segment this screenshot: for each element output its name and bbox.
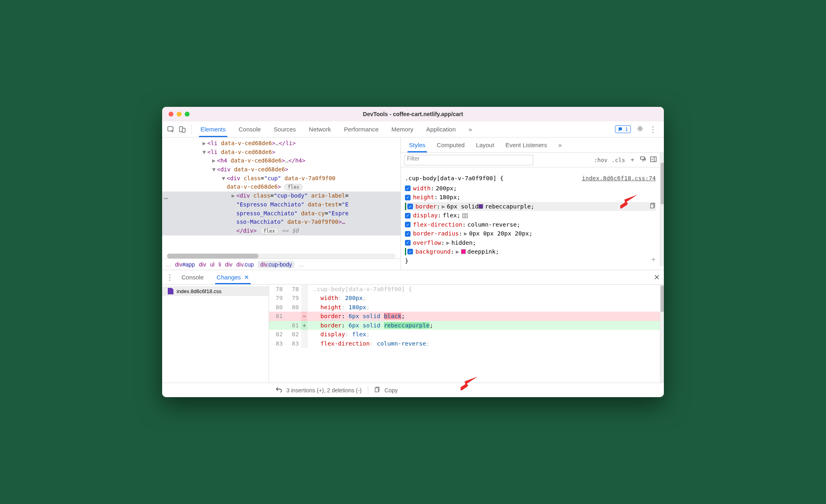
css-prop[interactable]: height:180px; [405,193,656,202]
tab-drawer-console[interactable]: Console [177,270,209,284]
device-toggle-icon[interactable] [177,125,187,134]
styles-toolbar: Filter :hov .cls ＋ [401,153,660,167]
diff-view[interactable]: 7878.cup-body[data-v-7a0f9f00] { 7979 wi… [269,285,660,383]
dom-node[interactable]: ▼<div data-v-ced68de6> [162,165,400,174]
dom-tree-pane: ▶<li data-v-ced68de6>…</li> ▼<li data-v-… [162,137,401,270]
crumb[interactable]: div [199,261,206,268]
annotation-arrow-icon [620,194,638,208]
dom-node-cont[interactable]: sso-Macchiato" data-v-7a0f9f00>… [162,218,400,227]
color-swatch-icon[interactable] [461,249,466,254]
crumb-active[interactable]: div.cup-body [258,261,294,268]
paint-icon[interactable] [640,156,646,164]
tab-elements[interactable]: Elements [196,121,231,137]
tab-sources[interactable]: Sources [269,121,301,137]
dom-node-close[interactable]: </div> flex == $0 [162,227,400,235]
dom-node-cont[interactable]: spresso_Macchiato" data-cy="Espre [162,209,400,218]
crumb[interactable]: div#app [175,261,195,268]
prop-checkbox[interactable] [405,222,411,227]
css-prop[interactable]: background:▶deeppink; [405,247,656,256]
dom-node[interactable]: ▶<h4 data-v-ced68de6>…</h4> [162,156,400,165]
source-link[interactable]: index.8d6c6f18.css:74 [582,174,656,183]
revert-icon[interactable] [276,387,282,394]
drawer-close-icon[interactable]: ✕ [654,273,660,282]
prop-checkbox[interactable] [405,240,411,246]
css-selector-row[interactable]: .cup-body[data-v-7a0f9f00] { index.8d6c6… [405,173,656,183]
tab-layout[interactable]: Layout [470,137,500,152]
toggle-sidebar-icon[interactable] [650,156,657,164]
tab-drawer-changes[interactable]: Changes ✕ [212,270,254,284]
dom-tree[interactable]: ▶<li data-v-ced68de6>…</li> ▼<li data-v-… [162,137,400,252]
tab-computed[interactable]: Computed [431,137,470,152]
css-prop[interactable]: flex-direction:column-reverse; [405,220,656,229]
vertical-scrollbar[interactable] [660,285,664,383]
crumb[interactable]: li [219,261,221,268]
drawer-tabs: ⋮ Console Changes ✕ ✕ [162,270,664,284]
flex-badge[interactable]: flex [284,184,302,190]
main-content: ▶<li data-v-ced68de6>…</li> ▼<li data-v-… [162,137,664,270]
changed-marker [405,203,406,210]
breadcrumb: … div#app div ul li div div.cup div.cup-… [162,258,400,270]
kebab-menu-icon[interactable]: ⋮ [649,125,657,134]
expand-icon[interactable]: ▶ [456,247,459,256]
styles-rules[interactable]: .cup-body[data-v-7a0f9f00] { index.8d6c6… [401,167,660,266]
css-prop[interactable]: border-radius:▶0px 0px 20px 20px; [405,229,656,238]
add-property-icon[interactable]: ＋ [650,254,657,264]
cls-toggle[interactable]: .cls [611,157,625,163]
settings-gear-icon[interactable] [636,125,644,133]
dom-node[interactable]: ▶<li data-v-ced68de6>…</li> [162,139,400,148]
expand-icon[interactable]: ▶ [442,202,445,211]
color-swatch-icon[interactable] [478,204,483,209]
prop-checkbox[interactable] [405,185,411,191]
svg-rect-0 [168,127,173,131]
diff-line: 7979 width: 200px; [269,294,660,302]
tab-console[interactable]: Console [234,121,266,137]
rule-close: } [405,256,656,265]
diff-line: 8282 display: flex; [269,330,660,339]
tab-memory[interactable]: Memory [387,121,418,137]
tab-network[interactable]: Network [304,121,336,137]
devtools-window: DevTools - coffee-cart.netlify.app/cart … [162,107,664,397]
crumb[interactable]: ul [210,261,215,268]
new-style-rule-icon[interactable]: ＋ [629,156,636,164]
copy-icon[interactable] [650,202,656,211]
changed-marker [405,248,406,255]
crumb[interactable]: div.cup [236,261,254,268]
expand-icon[interactable]: ▶ [464,229,467,238]
more-tabs-icon[interactable]: » [553,137,567,152]
expand-icon[interactable]: ▶ [446,238,450,247]
more-tabs-icon[interactable]: » [464,121,477,137]
copy-icon[interactable] [375,387,380,394]
issues-badge[interactable]: 1 [615,125,631,133]
vertical-scrollbar[interactable] [660,153,664,266]
prop-checkbox[interactable] [405,213,411,219]
styles-filter-input[interactable]: Filter [404,155,533,165]
css-prop[interactable]: border:▶6px solid rebeccapurple; [405,202,656,211]
horizontal-scrollbar[interactable] [167,254,396,258]
changed-file-item[interactable]: index.8d6c6f18.css [162,286,269,296]
tab-event-listeners[interactable]: Event Listeners [500,137,553,152]
prop-checkbox[interactable] [407,249,413,254]
hov-toggle[interactable]: :hov [594,157,608,163]
prop-checkbox[interactable] [405,195,411,200]
copy-button[interactable]: Copy [384,387,398,394]
prop-checkbox[interactable] [407,204,413,209]
crumb[interactable]: div [225,261,232,268]
breadcrumb-overflow-icon[interactable]: … [165,261,171,268]
inspect-element-icon[interactable] [166,125,176,134]
dom-node-selected[interactable]: ▶<div class="cup-body" aria-label= [162,192,400,200]
dom-node-cont[interactable]: "Espresso Macchiato" data-test="E [162,200,400,209]
css-prop[interactable]: display:flex; [405,211,656,220]
dom-node[interactable]: ▼<li data-v-ced68de6> [162,148,400,157]
prop-checkbox[interactable] [405,231,411,237]
dom-node[interactable]: ▼<div class="cup" data-v-7a0f9f00 [162,174,400,183]
tab-styles[interactable]: Styles [403,137,431,152]
drawer-kebab-icon[interactable]: ⋮ [166,273,173,282]
flex-badge[interactable]: flex [260,228,278,234]
tab-performance[interactable]: Performance [339,121,384,137]
dom-node-cont[interactable]: data-v-ced68de6> flex [162,183,400,192]
breadcrumb-overflow-icon[interactable]: … [298,261,304,268]
css-prop[interactable]: overflow:▶hidden; [405,238,656,247]
flex-editor-icon[interactable] [462,213,468,218]
css-prop[interactable]: width:200px; [405,184,656,193]
tab-application[interactable]: Application [421,121,461,137]
